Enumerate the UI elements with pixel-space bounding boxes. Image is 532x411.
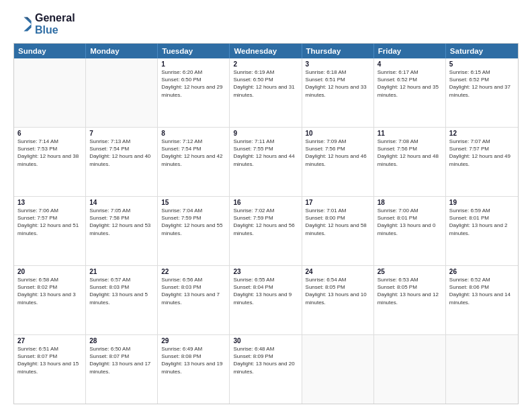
- day-number: 26: [449, 268, 515, 275]
- day-number: 15: [161, 199, 226, 206]
- cell-info: Sunrise: 7:00 AM Sunset: 8:01 PM Dayligh…: [378, 207, 442, 237]
- day-number: 20: [17, 268, 82, 275]
- calendar-cell: [446, 335, 518, 404]
- page: General Blue SundayMondayTuesdayWednesda…: [0, 0, 532, 411]
- day-number: 7: [89, 130, 154, 137]
- cell-info: Sunrise: 6:50 AM Sunset: 8:07 PM Dayligh…: [89, 345, 154, 375]
- cell-info: Sunrise: 6:51 AM Sunset: 8:07 PM Dayligh…: [17, 345, 82, 375]
- calendar-cell: 18Sunrise: 7:00 AM Sunset: 8:01 PM Dayli…: [374, 197, 446, 265]
- calendar-cell: 1Sunrise: 6:20 AM Sunset: 6:50 PM Daylig…: [158, 58, 230, 127]
- day-number: 29: [161, 337, 226, 345]
- calendar-cell: [374, 335, 446, 404]
- cell-info: Sunrise: 6:18 AM Sunset: 6:51 PM Dayligh…: [306, 68, 370, 99]
- cell-info: Sunrise: 6:57 AM Sunset: 8:03 PM Dayligh…: [89, 276, 154, 306]
- calendar-cell: 30Sunrise: 6:48 AM Sunset: 8:09 PM Dayli…: [230, 335, 302, 404]
- day-number: 17: [306, 199, 370, 206]
- header-day-tuesday: Tuesday: [158, 44, 230, 58]
- header-day-monday: Monday: [86, 44, 158, 58]
- cell-info: Sunrise: 7:06 AM Sunset: 7:57 PM Dayligh…: [17, 207, 82, 237]
- day-number: 28: [89, 337, 154, 345]
- header-day-wednesday: Wednesday: [230, 44, 302, 58]
- day-number: 11: [378, 130, 442, 137]
- calendar-cell: 8Sunrise: 7:12 AM Sunset: 7:54 PM Daylig…: [158, 128, 230, 196]
- calendar-cell: 21Sunrise: 6:57 AM Sunset: 8:03 PM Dayli…: [86, 266, 158, 334]
- cell-info: Sunrise: 6:19 AM Sunset: 6:50 PM Dayligh…: [233, 68, 298, 99]
- day-number: 23: [233, 268, 298, 275]
- header-day-saturday: Saturday: [446, 44, 518, 58]
- calendar-cell: 10Sunrise: 7:09 AM Sunset: 7:56 PM Dayli…: [302, 128, 374, 196]
- day-number: 19: [449, 199, 515, 206]
- day-number: 14: [89, 199, 154, 206]
- cell-info: Sunrise: 7:13 AM Sunset: 7:54 PM Dayligh…: [89, 138, 154, 168]
- cell-info: Sunrise: 6:58 AM Sunset: 8:02 PM Dayligh…: [17, 276, 82, 306]
- calendar-cell: 17Sunrise: 7:01 AM Sunset: 8:00 PM Dayli…: [302, 197, 374, 265]
- cell-info: Sunrise: 6:55 AM Sunset: 8:04 PM Dayligh…: [233, 276, 298, 306]
- svg-marker-0: [24, 17, 31, 32]
- calendar-cell: 15Sunrise: 7:04 AM Sunset: 7:59 PM Dayli…: [158, 197, 230, 265]
- calendar-cell: 29Sunrise: 6:49 AM Sunset: 8:08 PM Dayli…: [158, 335, 230, 404]
- cell-info: Sunrise: 6:52 AM Sunset: 8:06 PM Dayligh…: [449, 276, 515, 306]
- cell-info: Sunrise: 6:54 AM Sunset: 8:05 PM Dayligh…: [306, 276, 370, 306]
- calendar-header: SundayMondayTuesdayWednesdayThursdayFrid…: [14, 44, 518, 58]
- calendar-cell: [302, 335, 374, 404]
- cell-info: Sunrise: 6:48 AM Sunset: 8:09 PM Dayligh…: [233, 345, 298, 375]
- header: General Blue: [13, 12, 519, 36]
- calendar-row-3: 20Sunrise: 6:58 AM Sunset: 8:02 PM Dayli…: [14, 266, 518, 335]
- cell-info: Sunrise: 6:56 AM Sunset: 8:03 PM Dayligh…: [161, 276, 226, 306]
- cell-info: Sunrise: 6:15 AM Sunset: 6:52 PM Dayligh…: [449, 68, 515, 99]
- cell-info: Sunrise: 6:17 AM Sunset: 6:52 PM Dayligh…: [378, 68, 442, 99]
- day-number: 3: [306, 60, 370, 68]
- calendar-cell: 2Sunrise: 6:19 AM Sunset: 6:50 PM Daylig…: [230, 58, 302, 127]
- day-number: 13: [17, 199, 82, 206]
- cell-info: Sunrise: 7:01 AM Sunset: 8:00 PM Dayligh…: [306, 207, 370, 237]
- calendar-cell: 20Sunrise: 6:58 AM Sunset: 8:02 PM Dayli…: [14, 266, 86, 334]
- calendar-cell: 26Sunrise: 6:52 AM Sunset: 8:06 PM Dayli…: [446, 266, 518, 334]
- calendar-row-4: 27Sunrise: 6:51 AM Sunset: 8:07 PM Dayli…: [14, 335, 518, 404]
- calendar-cell: 14Sunrise: 7:05 AM Sunset: 7:58 PM Dayli…: [86, 197, 158, 265]
- calendar-cell: 11Sunrise: 7:08 AM Sunset: 7:56 PM Dayli…: [374, 128, 446, 196]
- day-number: 25: [378, 268, 442, 275]
- day-number: 22: [161, 268, 226, 275]
- calendar-cell: 7Sunrise: 7:13 AM Sunset: 7:54 PM Daylig…: [86, 128, 158, 196]
- calendar-cell: 3Sunrise: 6:18 AM Sunset: 6:51 PM Daylig…: [302, 58, 374, 127]
- calendar-cell: 25Sunrise: 6:53 AM Sunset: 8:05 PM Dayli…: [374, 266, 446, 334]
- day-number: 4: [378, 60, 442, 68]
- day-number: 6: [17, 130, 82, 137]
- logo-text: General Blue: [35, 12, 75, 36]
- cell-info: Sunrise: 6:49 AM Sunset: 8:08 PM Dayligh…: [161, 345, 226, 375]
- calendar-cell: 22Sunrise: 6:56 AM Sunset: 8:03 PM Dayli…: [158, 266, 230, 334]
- cell-info: Sunrise: 6:53 AM Sunset: 8:05 PM Dayligh…: [378, 276, 442, 306]
- calendar-cell: 24Sunrise: 6:54 AM Sunset: 8:05 PM Dayli…: [302, 266, 374, 334]
- cell-info: Sunrise: 7:08 AM Sunset: 7:56 PM Dayligh…: [378, 138, 442, 168]
- day-number: 10: [306, 130, 370, 137]
- calendar-cell: 28Sunrise: 6:50 AM Sunset: 8:07 PM Dayli…: [86, 335, 158, 404]
- day-number: 5: [449, 60, 515, 68]
- cell-info: Sunrise: 7:11 AM Sunset: 7:55 PM Dayligh…: [233, 138, 298, 168]
- day-number: 24: [306, 268, 370, 275]
- day-number: 21: [89, 268, 154, 275]
- day-number: 8: [161, 130, 226, 137]
- calendar-row-1: 6Sunrise: 7:14 AM Sunset: 7:53 PM Daylig…: [14, 128, 518, 197]
- header-day-sunday: Sunday: [14, 44, 86, 58]
- calendar-cell: 13Sunrise: 7:06 AM Sunset: 7:57 PM Dayli…: [14, 197, 86, 265]
- logo: General Blue: [13, 12, 75, 36]
- logo-icon: [13, 15, 32, 34]
- calendar-cell: [86, 58, 158, 127]
- day-number: 9: [233, 130, 298, 137]
- day-number: 1: [161, 60, 226, 68]
- cell-info: Sunrise: 7:14 AM Sunset: 7:53 PM Dayligh…: [17, 138, 82, 168]
- calendar-row-2: 13Sunrise: 7:06 AM Sunset: 7:57 PM Dayli…: [14, 197, 518, 266]
- calendar: SundayMondayTuesdayWednesdayThursdayFrid…: [13, 43, 519, 404]
- calendar-cell: 23Sunrise: 6:55 AM Sunset: 8:04 PM Dayli…: [230, 266, 302, 334]
- cell-info: Sunrise: 7:07 AM Sunset: 7:57 PM Dayligh…: [449, 138, 515, 168]
- day-number: 18: [378, 199, 442, 206]
- calendar-cell: [14, 58, 86, 127]
- calendar-cell: 16Sunrise: 7:02 AM Sunset: 7:59 PM Dayli…: [230, 197, 302, 265]
- calendar-cell: 4Sunrise: 6:17 AM Sunset: 6:52 PM Daylig…: [374, 58, 446, 127]
- header-day-friday: Friday: [374, 44, 446, 58]
- day-number: 12: [449, 130, 515, 137]
- calendar-cell: 27Sunrise: 6:51 AM Sunset: 8:07 PM Dayli…: [14, 335, 86, 404]
- calendar-cell: 19Sunrise: 6:59 AM Sunset: 8:01 PM Dayli…: [446, 197, 518, 265]
- cell-info: Sunrise: 7:09 AM Sunset: 7:56 PM Dayligh…: [306, 138, 370, 168]
- cell-info: Sunrise: 7:02 AM Sunset: 7:59 PM Dayligh…: [233, 207, 298, 237]
